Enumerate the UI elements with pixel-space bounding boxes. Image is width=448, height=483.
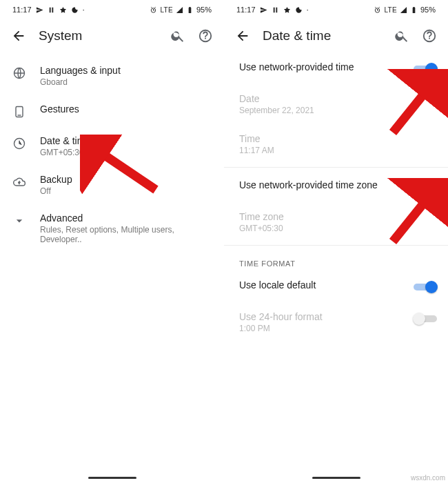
row-title: Use 24-hour format (239, 311, 408, 322)
24-hour-row: Use 24-hour format 1:00 PM (224, 302, 448, 342)
title-bar: Date & time (224, 19, 448, 52)
date-time-settings-panel: 11:17 · LTE (224, 0, 448, 483)
pause-icon (48, 6, 55, 14)
languages-input-row[interactable]: Languages & input Gboard (0, 57, 224, 95)
row-subtitle: 1:00 PM (239, 324, 408, 333)
clock-icon (12, 135, 40, 157)
search-button[interactable] (394, 28, 409, 43)
time-row: Time 11:17 AM (224, 124, 448, 164)
title-bar: System (0, 19, 224, 52)
divider (224, 245, 448, 246)
chevron-down-icon (12, 213, 40, 244)
navigation-pill[interactable] (88, 477, 136, 479)
navigation-pill[interactable] (312, 477, 360, 479)
help-button[interactable] (198, 28, 213, 43)
status-bar: 11:17 · LTE (0, 0, 224, 19)
locale-default-toggle[interactable] (414, 281, 437, 293)
row-title: Time zone (239, 211, 431, 222)
network-time-row[interactable]: Use network-provided time (224, 52, 448, 84)
search-button[interactable] (170, 28, 185, 43)
page-title: System (39, 28, 82, 43)
row-title: Use locale default (239, 279, 408, 290)
more-indicator: · (307, 5, 309, 14)
cloud-upload-icon (12, 174, 40, 196)
help-button[interactable] (422, 28, 437, 43)
row-title: Date & time (40, 135, 213, 146)
row-title: Use network-provided time zone (239, 179, 408, 190)
moon-icon (71, 6, 79, 14)
signal-icon (176, 6, 183, 14)
row-subtitle: GMT+05:30 (239, 224, 431, 233)
battery-percent: 95% (196, 6, 212, 14)
network-timezone-row[interactable]: Use network-provided time zone (224, 170, 448, 202)
network-type: LTE (384, 6, 397, 14)
row-title: Advanced (40, 213, 213, 224)
settings-list: Languages & input Gboard Gestures Date &… (0, 52, 224, 253)
divider (224, 167, 448, 168)
battery-icon (186, 6, 194, 14)
signal-icon (400, 6, 407, 14)
date-time-row[interactable]: Date & time GMT+05:30 (0, 127, 224, 166)
row-title: Backup (40, 174, 213, 185)
row-subtitle: 11:17 AM (239, 146, 431, 155)
gestures-icon (12, 103, 40, 119)
globe-icon (12, 65, 40, 87)
battery-icon (410, 6, 418, 14)
row-title: Use network-provided time (239, 61, 408, 72)
row-subtitle: GMT+05:30 (40, 148, 213, 157)
row-subtitle: Off (40, 186, 213, 196)
row-title: Time (239, 133, 431, 144)
alarm-icon (150, 6, 157, 14)
locale-default-row[interactable]: Use locale default (224, 270, 448, 302)
backup-row[interactable]: Backup Off (0, 166, 224, 204)
moon-icon (295, 6, 303, 14)
battery-percent: 95% (420, 6, 436, 14)
watermark: wsxdn.com (411, 474, 445, 482)
pause-icon (272, 6, 279, 14)
row-title: Gestures (40, 103, 213, 115)
alarm-icon (374, 6, 381, 14)
page-title: Date & time (263, 28, 331, 43)
network-time-toggle[interactable] (414, 63, 437, 75)
status-time: 11:17 (12, 6, 32, 14)
network-timezone-toggle[interactable] (414, 181, 437, 193)
24-hour-toggle (414, 313, 437, 325)
row-title: Languages & input (40, 65, 213, 76)
section-header: TIME FORMAT (224, 248, 448, 270)
send-icon (260, 6, 267, 14)
row-title: Date (239, 93, 431, 104)
back-button[interactable] (11, 28, 26, 43)
timezone-row: Time zone GMT+05:30 (224, 202, 448, 242)
app-icon (59, 6, 67, 14)
date-row: Date September 22, 2021 (224, 84, 448, 124)
more-indicator: · (83, 5, 85, 14)
gestures-row[interactable]: Gestures (0, 95, 224, 127)
network-type: LTE (160, 6, 173, 14)
system-settings-panel: 11:17 · LTE (0, 0, 224, 483)
row-subtitle: September 22, 2021 (239, 106, 431, 115)
row-subtitle: Rules, Reset options, Multiple users, De… (40, 225, 213, 244)
status-time: 11:17 (236, 6, 256, 14)
row-subtitle: Gboard (40, 77, 213, 87)
app-icon (283, 6, 291, 14)
advanced-row[interactable]: Advanced Rules, Reset options, Multiple … (0, 204, 224, 253)
send-icon (36, 6, 43, 14)
status-bar: 11:17 · LTE (224, 0, 448, 19)
back-button[interactable] (235, 28, 250, 43)
